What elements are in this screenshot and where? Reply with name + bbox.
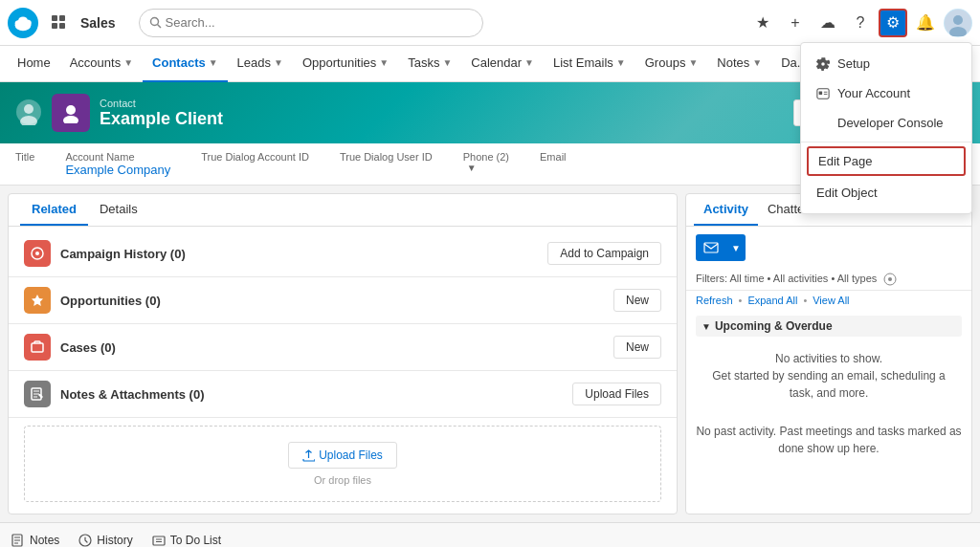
upcoming-header: ▼ Upcoming & Overdue xyxy=(696,316,962,337)
help-icon[interactable]: ? xyxy=(846,9,875,37)
svg-rect-38 xyxy=(153,536,165,545)
app-name: Sales xyxy=(80,15,116,31)
nav-notes-label: Notes xyxy=(717,55,749,70)
notes-attachments-title: Notes & Attachments (0) xyxy=(60,387,204,402)
field-email-label: Email xyxy=(540,151,567,163)
field-email: Email xyxy=(540,151,567,177)
nav-accounts[interactable]: Accounts ▼ xyxy=(60,46,143,82)
edit-object-menu-item[interactable]: Edit Object xyxy=(801,178,971,208)
bottom-notes[interactable]: Notes xyxy=(11,534,59,547)
upload-files-button[interactable]: Upload Files xyxy=(572,383,661,405)
tab-activity[interactable]: Activity xyxy=(694,194,758,226)
email-activity-button[interactable] xyxy=(696,234,726,261)
refresh-link[interactable]: Refresh xyxy=(696,295,733,306)
salesforce-logo[interactable] xyxy=(8,8,38,38)
nav-groups[interactable]: Groups ▼ xyxy=(635,46,708,82)
left-panel: Related Details Campaign History (0) Add… xyxy=(8,193,678,514)
nav-list-emails[interactable]: List Emails ▼ xyxy=(544,46,635,82)
nav-contacts-label: Contacts xyxy=(152,55,206,70)
svg-rect-30 xyxy=(704,243,718,252)
avatar[interactable] xyxy=(944,9,972,37)
notes-symbol xyxy=(30,386,45,402)
svg-rect-25 xyxy=(32,343,43,352)
contact-type-label: Contact xyxy=(100,98,793,109)
leads-chevron-icon: ▼ xyxy=(274,57,283,68)
opportunities-title: Opportunities (0) xyxy=(60,294,161,308)
cases-symbol xyxy=(30,339,45,355)
expand-all-link[interactable]: Expand All xyxy=(747,295,797,306)
field-phone-label: Phone (2) xyxy=(463,151,509,163)
nav-icon-group: ★ + ☁ ? ⚙ 🔔 xyxy=(748,9,972,37)
gear-icon[interactable]: ⚙ xyxy=(879,9,907,37)
related-panel-body: Campaign History (0) Add to Campaign Opp… xyxy=(9,227,677,514)
nav-notes[interactable]: Notes ▼ xyxy=(707,46,771,82)
email-icon xyxy=(703,242,719,253)
tab-related[interactable]: Related xyxy=(20,194,88,226)
svg-point-20 xyxy=(66,105,76,115)
upcoming-section: ▼ Upcoming & Overdue No activities to sh… xyxy=(686,310,971,415)
nav-leads[interactable]: Leads ▼ xyxy=(228,46,293,82)
related-notes-attachments: Notes & Attachments (0) Upload Files xyxy=(9,371,677,418)
nav-tasks[interactable]: Tasks ▼ xyxy=(398,46,461,82)
upload-files-main-button[interactable]: Upload Files xyxy=(288,442,397,469)
nav-calendar[interactable]: Calendar ▼ xyxy=(461,46,544,82)
field-title: Title xyxy=(15,151,34,177)
your-account-label: Your Account xyxy=(837,86,910,100)
add-icon[interactable]: + xyxy=(781,9,810,37)
search-input[interactable] xyxy=(166,15,473,30)
nav-tasks-label: Tasks xyxy=(408,55,439,70)
sep1: • xyxy=(739,295,743,306)
field-phone-value[interactable]: ▼ xyxy=(463,163,509,173)
bottom-todo[interactable]: To Do List xyxy=(152,534,221,547)
nav-contacts[interactable]: Contacts ▼ xyxy=(143,46,228,82)
nav-calendar-label: Calendar xyxy=(471,55,522,70)
developer-console-menu-item[interactable]: Developer Console xyxy=(801,108,971,138)
email-dropdown-arrow[interactable]: ▼ xyxy=(726,234,746,261)
activity-links: Refresh • Expand All • View All xyxy=(686,291,971,310)
field-td-account-label: True Dialog Account ID xyxy=(201,151,309,163)
svg-rect-7 xyxy=(59,23,65,29)
sep2: • xyxy=(803,295,807,306)
history-label: History xyxy=(97,534,132,547)
accounts-chevron-icon: ▼ xyxy=(123,57,133,68)
edit-page-menu-item[interactable]: Edit Page xyxy=(807,146,966,176)
field-phone: Phone (2) ▼ xyxy=(463,151,509,177)
related-notes-left: Notes & Attachments (0) xyxy=(24,381,204,407)
edit-object-label: Edit Object xyxy=(816,186,878,200)
nav-leads-label: Leads xyxy=(237,55,271,70)
person-icon xyxy=(15,98,42,125)
bottom-history[interactable]: History xyxy=(78,534,132,547)
campaign-icon xyxy=(24,240,51,267)
new-case-button[interactable]: New xyxy=(613,336,661,359)
top-navigation: Sales ★ + ☁ ? ⚙ 🔔 Setup Your Account Dev… xyxy=(0,0,980,46)
dropdown-divider xyxy=(801,142,971,142)
field-account-label: Account Name xyxy=(65,151,170,163)
search-bar[interactable] xyxy=(139,9,483,37)
history-icon xyxy=(78,534,92,547)
setup-menu-item[interactable]: Setup xyxy=(801,49,971,78)
upload-drop-area[interactable]: Upload Files Or drop files xyxy=(24,426,661,502)
filter-settings-icon[interactable] xyxy=(883,273,897,286)
svg-rect-14 xyxy=(819,91,823,95)
upcoming-label: Upcoming & Overdue xyxy=(715,319,833,333)
nav-opportunities[interactable]: Opportunities ▼ xyxy=(293,46,398,82)
notes-icon xyxy=(24,381,51,407)
field-account-value[interactable]: Example Company xyxy=(65,163,170,177)
view-all-link[interactable]: View All xyxy=(813,295,849,306)
new-opportunity-button[interactable]: New xyxy=(613,289,661,312)
developer-console-label: Developer Console xyxy=(837,116,944,130)
favorites-icon[interactable]: ★ xyxy=(748,9,777,37)
right-panel: Activity Chatter ▼ Filters: All time • A… xyxy=(685,193,972,514)
todo-icon xyxy=(152,534,166,547)
nav-home[interactable]: Home xyxy=(8,46,60,82)
tab-details[interactable]: Details xyxy=(88,194,149,226)
your-account-menu-item[interactable]: Your Account xyxy=(801,78,971,108)
add-to-campaign-button[interactable]: Add to Campaign xyxy=(547,242,661,265)
svg-point-8 xyxy=(150,18,158,26)
svg-point-32 xyxy=(888,277,892,281)
bell-icon[interactable]: 🔔 xyxy=(911,9,940,37)
cloud-icon[interactable]: ☁ xyxy=(813,9,842,37)
profile-photo-icon[interactable] xyxy=(15,98,42,128)
app-grid-icon[interactable] xyxy=(46,10,73,36)
chevron-down-icon: ▼ xyxy=(702,321,711,332)
